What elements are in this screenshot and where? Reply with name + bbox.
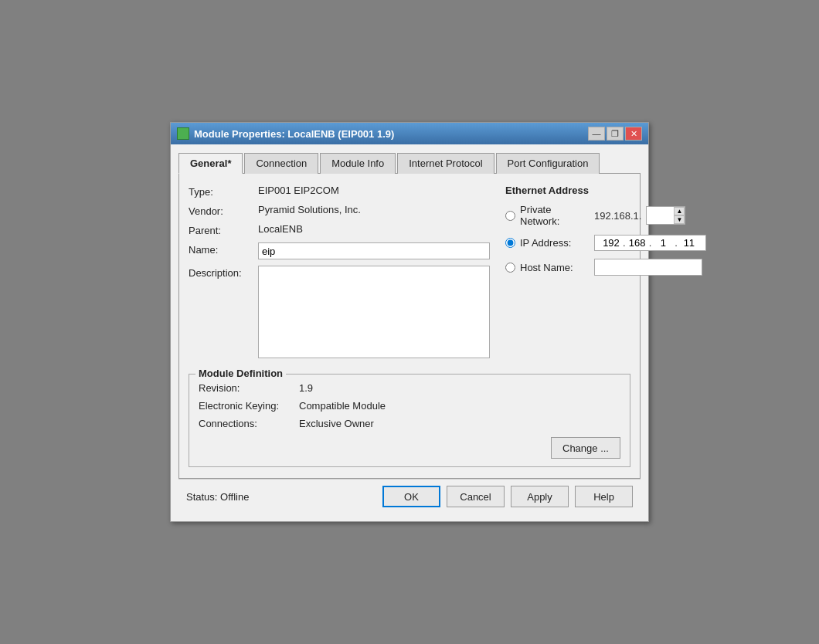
private-network-prefix: 192.168.1.: [594, 210, 641, 222]
change-button-row: Change ...: [199, 437, 620, 459]
title-bar: Module Properties: LocalENB (EIP001 1.9)…: [171, 123, 648, 144]
ip-seg4[interactable]: [678, 237, 701, 249]
module-definition-title: Module Definition: [195, 368, 286, 379]
restore-button[interactable]: ❐: [607, 127, 624, 141]
name-row: Name:: [189, 242, 490, 259]
apply-button[interactable]: Apply: [511, 486, 569, 507]
tab-general[interactable]: General*: [178, 153, 243, 174]
host-name-row: Host Name:: [505, 259, 683, 276]
ethernet-address-title: Ethernet Address: [505, 185, 683, 196]
description-label: Description:: [189, 266, 258, 279]
tab-port-configuration[interactable]: Port Configuration: [496, 153, 600, 174]
connections-label: Connections:: [199, 418, 299, 429]
private-network-label: Private Network:: [520, 204, 590, 227]
tab-connection[interactable]: Connection: [244, 153, 318, 174]
right-column: Ethernet Address Private Network: 192.16…: [505, 185, 683, 364]
tab-content-general: Type: EIP001 EIP2COM Vendor: Pyramid Sol…: [178, 174, 641, 479]
vendor-row: Vendor: Pyramid Solutions, Inc.: [189, 204, 490, 217]
vendor-value: Pyramid Solutions, Inc.: [258, 204, 361, 215]
ok-button[interactable]: OK: [382, 486, 440, 507]
electronic-keying-label: Electronic Keying:: [199, 400, 299, 412]
private-network-spinner: ▲ ▼: [646, 206, 685, 225]
ip-address-label: IP Address:: [520, 237, 590, 249]
type-label: Type:: [189, 185, 258, 198]
ethernet-address-box: Ethernet Address Private Network: 192.16…: [505, 185, 683, 276]
parent-value: LocalENB: [258, 223, 303, 235]
ip-seg1[interactable]: [600, 237, 623, 249]
connections-row: Connections: Exclusive Owner: [199, 418, 620, 429]
revision-row: Revision: 1.9: [199, 382, 620, 394]
ip-address-radio[interactable]: [505, 238, 515, 248]
help-button[interactable]: Help: [575, 486, 633, 507]
window-title: Module Properties: LocalENB (EIP001 1.9): [194, 128, 394, 140]
electronic-keying-value: Compatible Module: [299, 400, 386, 412]
main-window: Module Properties: LocalENB (EIP001 1.9)…: [170, 122, 649, 522]
type-row: Type: EIP001 EIP2COM: [189, 185, 490, 198]
main-area: Type: EIP001 EIP2COM Vendor: Pyramid Sol…: [189, 185, 630, 364]
name-input[interactable]: [258, 242, 490, 259]
left-column: Type: EIP001 EIP2COM Vendor: Pyramid Sol…: [189, 185, 490, 364]
bottom-bar: Status: Offline OK Cancel Apply Help: [178, 479, 641, 514]
window-icon: [177, 127, 189, 140]
vendor-label: Vendor:: [189, 204, 258, 217]
ip-seg2[interactable]: [626, 237, 649, 249]
electronic-keying-row: Electronic Keying: Compatible Module: [199, 400, 620, 412]
revision-value: 1.9: [299, 382, 313, 394]
tab-internet-protocol[interactable]: Internet Protocol: [397, 153, 494, 174]
name-label: Name:: [189, 242, 258, 256]
parent-label: Parent:: [189, 223, 258, 236]
tab-module-info[interactable]: Module Info: [320, 153, 396, 174]
minimize-button[interactable]: —: [588, 127, 605, 141]
private-network-input[interactable]: [647, 209, 674, 222]
module-definition-box: Module Definition Revision: 1.9 Electron…: [189, 374, 630, 467]
host-name-input[interactable]: [594, 259, 702, 276]
close-button[interactable]: ✕: [625, 127, 642, 141]
description-row: Description:: [189, 266, 490, 358]
spin-up-button[interactable]: ▲: [674, 207, 685, 215]
spinner-buttons: ▲ ▼: [674, 207, 685, 224]
ip-address-row: IP Address: . . .: [505, 235, 683, 251]
window-body: General* Connection Module Info Internet…: [171, 144, 648, 521]
host-name-radio[interactable]: [505, 263, 515, 273]
status-text: Status: Offline: [186, 491, 376, 503]
type-value: EIP001 EIP2COM: [258, 185, 339, 196]
revision-label: Revision:: [199, 382, 299, 394]
ip-address-field: . . .: [594, 235, 706, 251]
status-value: Offline: [220, 491, 249, 503]
host-name-label: Host Name:: [520, 262, 590, 273]
parent-row: Parent: LocalENB: [189, 223, 490, 236]
ip-seg3[interactable]: [651, 237, 675, 249]
cancel-button[interactable]: Cancel: [447, 486, 505, 507]
status-label: Status:: [186, 491, 217, 503]
title-bar-left: Module Properties: LocalENB (EIP001 1.9): [177, 127, 394, 140]
private-network-row: Private Network: 192.168.1. ▲ ▼: [505, 204, 683, 227]
connections-value: Exclusive Owner: [299, 418, 374, 429]
private-network-radio[interactable]: [505, 211, 515, 221]
title-bar-controls: — ❐ ✕: [588, 127, 642, 141]
description-textarea[interactable]: [258, 266, 490, 358]
tab-bar: General* Connection Module Info Internet…: [178, 152, 641, 174]
spin-down-button[interactable]: ▼: [674, 215, 685, 224]
change-button[interactable]: Change ...: [551, 437, 620, 459]
